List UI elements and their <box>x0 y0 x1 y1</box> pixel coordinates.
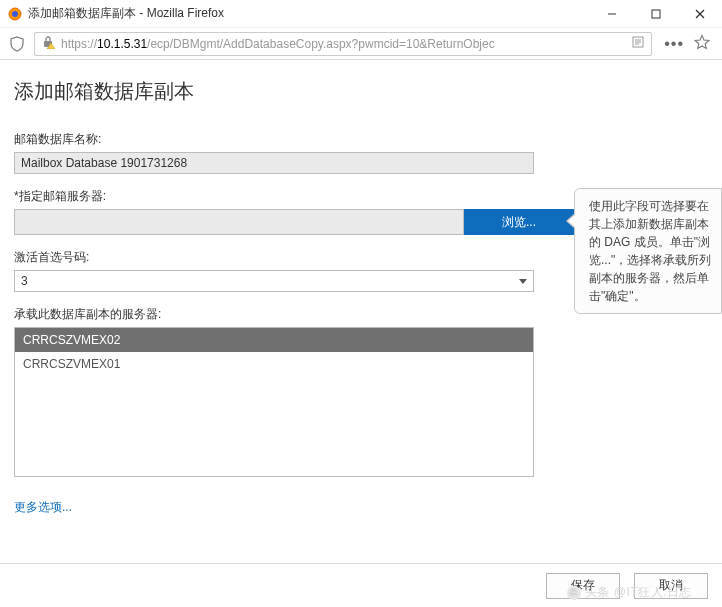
address-row: https://10.1.5.31/ecp/DBMgmt/AddDatabase… <box>0 28 722 60</box>
server-list[interactable]: CRRCSZVMEX02 CRRCSZVMEX01 <box>14 327 534 477</box>
lock-warning-icon <box>41 35 55 52</box>
window-titlebar: 添加邮箱数据库副本 - Mozilla Firefox <box>0 0 722 28</box>
section-db-name: 邮箱数据库名称: Mailbox Database 1901731268 <box>14 131 708 174</box>
tracking-protection-icon[interactable] <box>8 35 26 53</box>
db-name-field: Mailbox Database 1901731268 <box>14 152 534 174</box>
address-bar[interactable]: https://10.1.5.31/ecp/DBMgmt/AddDatabase… <box>34 32 652 56</box>
url-path: /ecp/DBMgmt/AddDatabaseCopy.aspx?pwmcid=… <box>147 37 495 51</box>
browse-button[interactable]: 浏览... <box>464 209 574 235</box>
list-item[interactable]: CRRCSZVMEX01 <box>15 352 533 376</box>
minimize-button[interactable] <box>590 0 634 28</box>
more-options-link[interactable]: 更多选项... <box>14 499 72 516</box>
footer-bar: 保存 取消 条 头条 @IT狂人.日志 <box>0 563 722 607</box>
url-host: 10.1.5.31 <box>97 37 147 51</box>
activation-value: 3 <box>21 274 28 288</box>
help-text: 使用此字段可选择要在其上添加新数据库副本的 DAG 成员。单击"浏览..."，选… <box>589 199 711 303</box>
save-button[interactable]: 保存 <box>546 573 620 599</box>
maximize-button[interactable] <box>634 0 678 28</box>
page-actions-icon[interactable]: ••• <box>664 35 684 53</box>
url-protocol: https:// <box>61 37 97 51</box>
section-hosting-servers: 承载此数据库副本的服务器: CRRCSZVMEX02 CRRCSZVMEX01 <box>14 306 708 477</box>
label-db-name: 邮箱数据库名称: <box>14 131 708 148</box>
page-title: 添加邮箱数据库副本 <box>14 78 708 105</box>
server-field[interactable] <box>14 209 464 235</box>
svg-rect-3 <box>652 10 660 18</box>
cancel-button[interactable]: 取消 <box>634 573 708 599</box>
toolbar-after-address: ••• <box>660 34 714 53</box>
window-controls <box>590 0 722 28</box>
bookmark-star-icon[interactable] <box>694 34 710 53</box>
close-button[interactable] <box>678 0 722 28</box>
firefox-favicon <box>8 7 22 21</box>
window-title: 添加邮箱数据库副本 - Mozilla Firefox <box>28 5 590 22</box>
activation-dropdown[interactable]: 3 <box>14 270 534 292</box>
reader-mode-icon[interactable] <box>631 35 645 52</box>
svg-point-1 <box>12 11 18 17</box>
help-callout: 使用此字段可选择要在其上添加新数据库副本的 DAG 成员。单击"浏览..."，选… <box>574 188 722 314</box>
list-item[interactable]: CRRCSZVMEX02 <box>15 328 533 352</box>
